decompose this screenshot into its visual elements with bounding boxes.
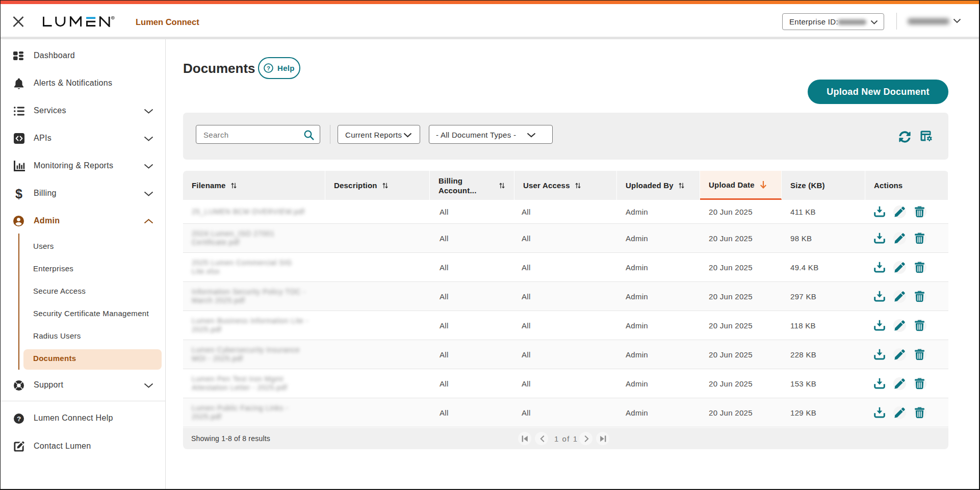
- svg-text:?: ?: [17, 415, 21, 423]
- svg-text:?: ?: [267, 65, 270, 71]
